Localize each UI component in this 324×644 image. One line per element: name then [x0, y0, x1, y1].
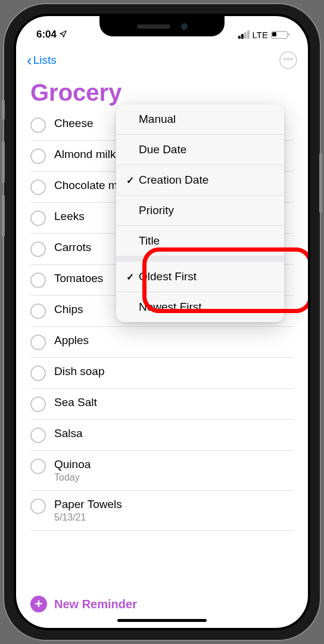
location-icon: [59, 30, 67, 40]
chevron-left-icon: ‹: [27, 52, 32, 68]
sort-menu-item-label: Creation Date: [139, 174, 208, 187]
screen: 6:04 LTE ‹ Lists •••: [16, 16, 308, 628]
check-icon: ✓: [123, 271, 136, 283]
mute-switch: [2, 100, 5, 120]
sort-menu-item[interactable]: ✓Manual: [116, 104, 284, 135]
complete-circle[interactable]: [30, 499, 46, 514]
volume-down-button: [2, 195, 5, 237]
sort-menu-item[interactable]: ✓Newest First: [116, 292, 284, 322]
cellular-signal-icon: [238, 30, 250, 39]
reminder-row[interactable]: Sea Salt: [30, 389, 294, 420]
network-label: LTE: [253, 30, 268, 40]
home-indicator[interactable]: [117, 619, 207, 622]
complete-circle[interactable]: [30, 304, 46, 319]
sort-menu-item-label: Manual: [139, 113, 176, 126]
complete-circle[interactable]: [30, 459, 46, 474]
phone-frame: 6:04 LTE ‹ Lists •••: [4, 4, 320, 640]
reminder-title: Sea Salt: [54, 396, 294, 409]
more-button[interactable]: •••: [279, 51, 297, 69]
complete-circle[interactable]: [30, 179, 46, 195]
sort-menu-popover: ✓Manual✓Due Date✓Creation Date✓Priority✓…: [116, 104, 284, 322]
reminder-row[interactable]: Dish soap: [30, 358, 294, 389]
plus-icon: +: [30, 596, 47, 612]
sort-menu-group-order: ✓Oldest First✓Newest First: [116, 262, 284, 322]
battery-icon: [271, 31, 288, 39]
status-time: 6:04: [36, 29, 57, 41]
list-title: Grocery: [30, 79, 294, 106]
reminder-title: Paper Towels: [54, 498, 294, 511]
back-label: Lists: [33, 54, 57, 67]
sort-menu-item[interactable]: ✓Due Date: [116, 135, 284, 165]
reminder-title: Dish soap: [54, 365, 294, 378]
complete-circle[interactable]: [30, 210, 46, 226]
nav-bar: ‹ Lists •••: [16, 46, 308, 75]
sort-menu-item-label: Newest First: [139, 301, 202, 314]
notch: [99, 16, 225, 36]
sort-menu-item-label: Oldest First: [139, 270, 197, 283]
reminder-subtitle: Today: [54, 472, 294, 483]
complete-circle[interactable]: [30, 335, 46, 350]
reminder-title: Salsa: [54, 427, 294, 440]
reminder-title: Apples: [54, 334, 294, 347]
menu-divider: [116, 256, 284, 262]
complete-circle[interactable]: [30, 148, 46, 164]
reminder-row[interactable]: Paper Towels5/13/21: [30, 491, 294, 531]
sort-menu-item[interactable]: ✓Creation Date: [116, 165, 284, 196]
check-icon: ✓: [123, 175, 136, 186]
sort-menu-item[interactable]: ✓Oldest First: [116, 262, 284, 292]
front-camera: [181, 23, 188, 30]
new-reminder-button[interactable]: + New Reminder: [30, 596, 294, 612]
reminder-row[interactable]: QuinoaToday: [30, 451, 294, 491]
complete-circle[interactable]: [30, 428, 46, 443]
back-button[interactable]: ‹ Lists: [27, 52, 57, 68]
complete-circle[interactable]: [30, 117, 46, 133]
power-button: [319, 153, 322, 213]
reminder-row[interactable]: Apples: [30, 327, 294, 358]
complete-circle[interactable]: [30, 397, 46, 412]
reminder-row[interactable]: Salsa: [30, 420, 294, 451]
speaker: [137, 24, 170, 29]
complete-circle[interactable]: [30, 366, 46, 381]
sort-menu-item-label: Title: [139, 234, 160, 247]
volume-up-button: [2, 141, 5, 183]
complete-circle[interactable]: [30, 242, 46, 257]
sort-menu-item-label: Due Date: [139, 143, 186, 156]
complete-circle[interactable]: [30, 273, 46, 288]
sort-menu-item[interactable]: ✓Priority: [116, 196, 284, 226]
new-reminder-label: New Reminder: [54, 597, 137, 611]
sort-menu-group-sortby: ✓Manual✓Due Date✓Creation Date✓Priority✓…: [116, 104, 284, 256]
reminder-subtitle: 5/13/21: [54, 512, 294, 523]
reminder-title: Quinoa: [54, 458, 294, 471]
sort-menu-item-label: Priority: [139, 204, 174, 217]
sort-menu-item[interactable]: ✓Title: [116, 226, 284, 256]
